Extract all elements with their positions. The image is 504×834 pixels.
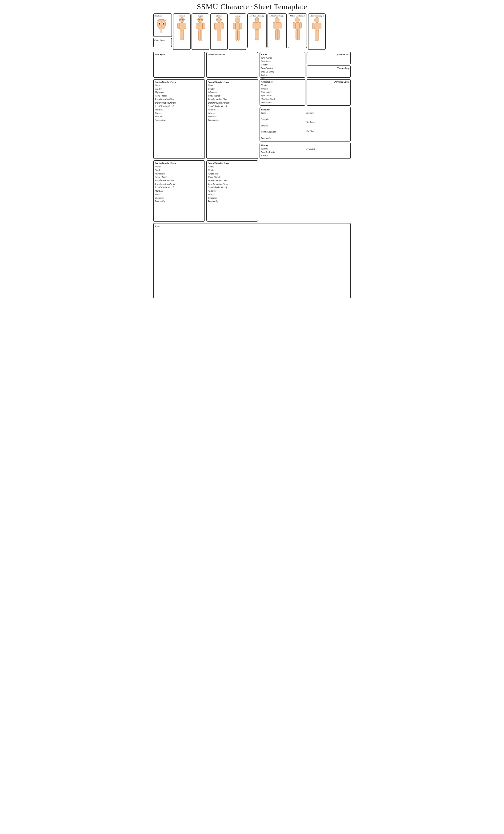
svg-point-5 <box>159 23 160 24</box>
svg-point-24 <box>198 18 199 21</box>
headshot-figure <box>154 17 168 36</box>
svg-point-35 <box>220 18 222 21</box>
wf1-home-planet: Home Planet: <box>155 94 203 98</box>
svg-rect-22 <box>199 30 201 41</box>
svg-point-36 <box>235 17 240 23</box>
svg-point-50 <box>275 17 279 22</box>
svg-rect-21 <box>202 23 205 29</box>
wf4-gender: Gender: <box>208 169 256 172</box>
char-civilian-label: Civilian Clothing <box>250 15 265 17</box>
svg-rect-58 <box>293 22 296 28</box>
wf3-personality: Personality: <box>155 200 203 203</box>
basics-last-name: Last Name: <box>261 60 304 63</box>
eternal-figure <box>211 17 227 49</box>
svg-rect-7 <box>160 29 162 33</box>
appearance-title: Appearance <box>261 81 304 83</box>
svg-point-48 <box>255 18 256 20</box>
info-row-1: Hair Styles Items/Accessories Basics Fir… <box>153 52 351 78</box>
warrior-form-2-box: Senshi/Warrior Form Name: Gender: Alignm… <box>206 79 258 159</box>
warrior-form-3-title: Senshi/Warrior Form <box>155 162 203 164</box>
char-other1-box: Other Clothing 1 <box>268 14 287 48</box>
history-history: History: <box>261 154 304 157</box>
wf1-transform-phrase: Transformation Phrase: <box>155 101 203 105</box>
wf2-home-planet: Home Planet: <box>208 94 256 98</box>
char-eternal-label: Eternal <box>216 15 222 17</box>
char-normal-box: Normal <box>173 14 190 50</box>
char-eternal-box: Eternal <box>210 14 228 50</box>
super-figure <box>192 17 208 49</box>
svg-point-17 <box>182 19 183 21</box>
warrior-row2-right-filler <box>259 160 351 222</box>
svg-point-49 <box>258 18 259 20</box>
wf2-weakness: Weakness: <box>208 115 256 118</box>
personal-personality: Personality: <box>261 136 304 140</box>
wf3-name: Name: <box>155 165 203 169</box>
char-normal-label: Normal <box>179 15 185 17</box>
headshot-label: Headshot <box>154 15 162 17</box>
warrior-form-4-title: Senshi/Warrior Form <box>208 162 256 164</box>
personal-dream: Dream: <box>261 124 304 128</box>
wf4-transform-phrase: Transformation Phrase: <box>208 182 256 186</box>
svg-rect-9 <box>180 23 184 30</box>
wf2-personality: Personality: <box>208 118 256 122</box>
char-other3-box: Other Clothing 3 <box>308 14 326 50</box>
items-accessories-box: Items/Accessories <box>206 52 258 78</box>
svg-rect-46 <box>255 29 257 40</box>
wf2-alignment: Alignment: <box>208 91 256 94</box>
wf1-attacks: Attacks: <box>155 112 203 115</box>
symbol-crest-box: Symbol/Crest <box>306 52 351 64</box>
svg-rect-59 <box>299 22 302 28</box>
wf3-abilities: Abilities: <box>155 189 203 193</box>
warrior-form-1-title: Senshi/Warrior Form <box>155 81 203 83</box>
wf1-transform-item: Transformation ITem: <box>155 98 203 101</box>
page-title: SSMU Character Sheet Temaplate <box>153 2 351 11</box>
svg-rect-52 <box>273 22 275 28</box>
wf1-personality: Personality: <box>155 118 203 122</box>
char-manga-box: Manga <box>229 14 246 50</box>
app-hair-color: Hair Color: <box>261 90 304 94</box>
wf2-transform-item: Transformation ITem: <box>208 98 256 101</box>
svg-rect-66 <box>315 30 317 41</box>
headshot-col: Headshot Color Palette <box>153 14 172 47</box>
history-friends: Friend(s): <box>306 147 349 151</box>
svg-rect-54 <box>276 29 277 40</box>
wf4-name: Name: <box>208 165 256 169</box>
app-description: Description: <box>261 101 304 105</box>
svg-rect-44 <box>253 22 255 28</box>
wf4-personality: Personality: <box>208 200 256 203</box>
personal-dislikes: Dislikes: <box>306 111 349 115</box>
svg-rect-45 <box>259 22 261 28</box>
personal-strengths: Strengths: <box>261 118 304 121</box>
svg-rect-43 <box>255 22 259 29</box>
svg-point-27 <box>201 19 202 21</box>
svg-rect-55 <box>277 29 279 40</box>
personal-quote-box: Personal Quote <box>306 79 351 106</box>
svg-point-16 <box>181 19 181 21</box>
extra-box: Extra: <box>153 223 351 298</box>
svg-rect-40 <box>236 30 238 41</box>
svg-rect-41 <box>238 30 239 41</box>
other3-figure <box>309 17 325 49</box>
wf2-attacks: Attacks: <box>208 112 256 115</box>
personal-weakness: Weakness: <box>306 120 349 124</box>
basics-zodiac: Zodiac: <box>261 74 304 77</box>
app-height: Height: <box>261 84 304 87</box>
svg-rect-57 <box>296 22 300 29</box>
warrior-form-4-box: Senshi/Warrior Form Name: Gender: Alignm… <box>206 160 258 222</box>
symbol-crest-label: Symbol/Crest <box>308 53 349 56</box>
wf2-scout-of: Scout/Warrior/etc. of: <box>208 105 256 108</box>
wf3-alignment: Alignment: <box>155 172 203 176</box>
basics-title: Basics <box>261 53 304 56</box>
wf4-weakness: Weakness: <box>208 196 256 200</box>
svg-point-26 <box>199 19 200 21</box>
appearance-box: Appearance Height: Weight: Hair Color: E… <box>259 79 305 106</box>
wf1-name: Name: <box>155 84 203 87</box>
wf4-alignment: Alignment: <box>208 172 256 176</box>
svg-rect-67 <box>317 30 319 41</box>
app-eyes-color: Eyes Color: <box>261 94 304 97</box>
wf1-weakness: Weakness: <box>155 115 203 118</box>
svg-rect-12 <box>180 30 182 40</box>
svg-rect-13 <box>182 30 184 40</box>
personal-likes: Likes: <box>261 111 304 115</box>
app-skin-tone: Skin Tone/Shade: <box>261 97 304 101</box>
